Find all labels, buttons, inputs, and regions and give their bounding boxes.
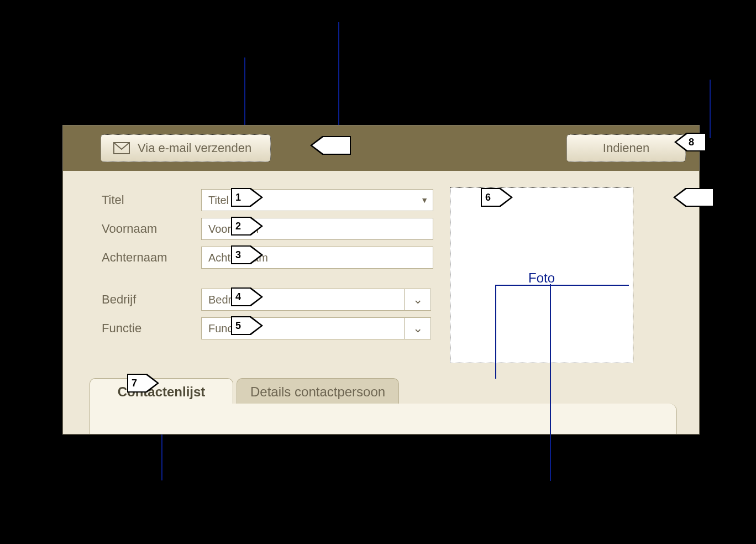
callout-6-text: 6 (485, 192, 491, 203)
callout-1-text: 1 (235, 192, 241, 203)
row-firstname: Voornaam Voornaam (102, 217, 433, 240)
label-jobtitle: Functie (102, 321, 201, 336)
callout-arrow (310, 136, 351, 155)
row-company: Bedrijf Bedrijf ⌄ (102, 288, 431, 311)
annotation-line (338, 22, 339, 135)
stage: Via e-mail verzenden Indienen Titel Tite… (0, 0, 756, 544)
company-combobox-button[interactable]: ⌄ (405, 289, 431, 311)
tab-contact-list[interactable]: Contactenlijst (90, 378, 233, 405)
submit-button[interactable]: Indienen (566, 134, 686, 162)
callout-8-text: 8 (689, 137, 694, 148)
panel-header: Via e-mail verzenden Indienen (63, 125, 699, 171)
send-email-label: Via e-mail verzenden (138, 141, 251, 155)
annotation-line (550, 284, 551, 365)
callout-4-text: 4 (235, 291, 241, 303)
row-lastname: Achternaam Achternaam (102, 246, 433, 269)
jobtitle-combobox-button[interactable]: ⌄ (405, 317, 431, 339)
callout-8: 8 (674, 133, 706, 151)
callout-6: 6 (481, 188, 513, 207)
title-placeholder: Titel (208, 194, 229, 207)
send-email-button[interactable]: Via e-mail verzenden (101, 134, 271, 162)
callout-2-text: 2 (235, 221, 241, 232)
callout-3: 3 (231, 245, 263, 264)
tab-contact-details-label: Details contactpersoon (250, 384, 385, 400)
label-lastname: Achternaam (102, 250, 201, 265)
chevron-down-icon: ▼ (421, 196, 428, 205)
row-title: Titel Titel ▼ (102, 189, 433, 212)
label-company: Bedrijf (102, 292, 201, 307)
mail-icon (113, 142, 130, 154)
chevron-down-icon: ⌄ (413, 321, 423, 336)
row-jobtitle: Functie Functie ⌄ (102, 317, 431, 340)
submit-label: Indienen (603, 141, 649, 155)
callout-4: 4 (231, 287, 263, 306)
callout-7: 7 (127, 374, 159, 393)
label-firstname: Voornaam (102, 222, 201, 236)
tab-panel (90, 404, 677, 435)
callout-2: 2 (231, 217, 263, 236)
tab-contact-details[interactable]: Details contactpersoon (237, 378, 399, 405)
callout-5-text: 5 (235, 320, 241, 332)
chevron-down-icon: ⌄ (413, 292, 423, 307)
annotation-line (495, 285, 629, 286)
callout-arrow (673, 188, 714, 207)
callout-1: 1 (231, 188, 263, 207)
callout-7-text: 7 (132, 378, 137, 389)
annotation-line (550, 365, 551, 481)
callout-5: 5 (231, 316, 263, 335)
annotation-line (495, 285, 496, 379)
photo-label: Foto (450, 270, 633, 286)
annotation-line (710, 80, 711, 138)
callout-3-text: 3 (235, 249, 241, 261)
label-title: Titel (102, 193, 201, 207)
